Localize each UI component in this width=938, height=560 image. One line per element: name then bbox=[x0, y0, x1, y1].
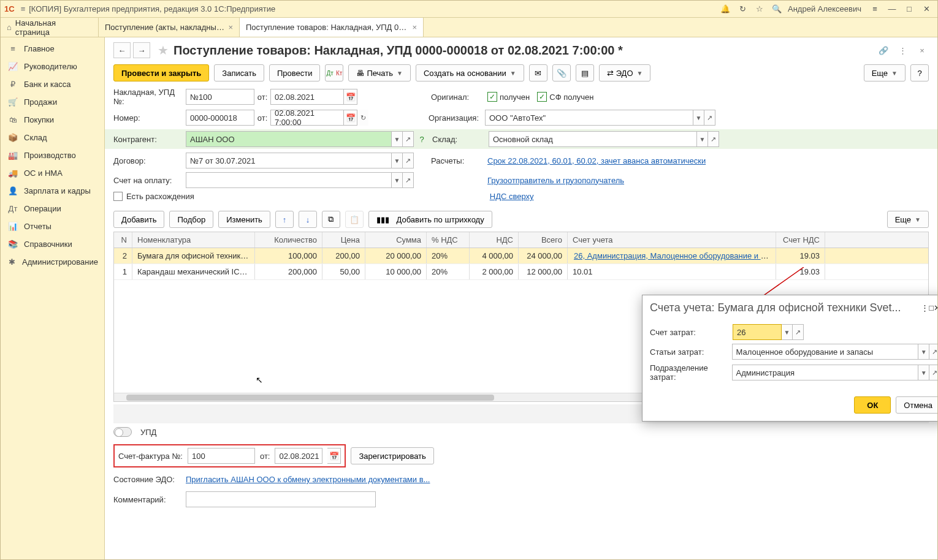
table-more-button[interactable]: Еще▼ bbox=[887, 211, 929, 228]
popup-kebab-icon[interactable]: ⋮ bbox=[921, 303, 929, 312]
link-shipper[interactable]: Грузоотправитель и грузополучатель bbox=[487, 176, 624, 185]
dt-kt-button[interactable]: ДтКт bbox=[325, 64, 343, 81]
dropdown-icon[interactable]: ▼ bbox=[693, 110, 704, 126]
popup-maximize-icon[interactable]: □ bbox=[929, 303, 934, 312]
checkbox-discrepancies[interactable] bbox=[113, 192, 123, 201]
bell-icon[interactable]: 🔔 bbox=[718, 3, 733, 15]
cell-account[interactable]: 26, Администрация, Малоценное оборудован… bbox=[568, 248, 776, 263]
history-icon[interactable]: ↻ bbox=[735, 3, 750, 15]
sidebar-item-3[interactable]: 🛒Продажи bbox=[1, 93, 104, 111]
table-row[interactable]: 1Карандаш механический ICO ...200,00050,… bbox=[114, 264, 928, 280]
popup-cancel-button[interactable]: Отмена bbox=[896, 396, 937, 414]
calendar-icon[interactable]: 📅 bbox=[327, 448, 341, 464]
link-calc[interactable]: Срок 22.08.2021, 60.01, 60.02, зачет ава… bbox=[487, 156, 706, 165]
help-contractor-icon[interactable]: ? bbox=[416, 131, 427, 147]
input-num-date[interactable]: 02.08.2021 7:00:00 bbox=[270, 110, 344, 126]
create-based-button[interactable]: Создать на основании▼ bbox=[416, 64, 524, 81]
sidebar-item-11[interactable]: 📚Справочники bbox=[1, 235, 104, 253]
paste-row-button[interactable]: 📋 bbox=[345, 211, 364, 228]
input-warehouse[interactable]: Основной склад bbox=[489, 131, 697, 147]
sidebar-item-0[interactable]: ≡Главное bbox=[1, 40, 104, 58]
settings-lines-icon[interactable]: ≡ bbox=[867, 3, 882, 15]
input-sf-date[interactable]: 02.08.2021 bbox=[275, 448, 322, 464]
open-icon[interactable]: ↗ bbox=[403, 153, 414, 168]
pick-button[interactable]: Подбор bbox=[169, 211, 213, 228]
input-cost-account[interactable]: 26 bbox=[733, 324, 782, 340]
register-button[interactable]: Зарегистрировать bbox=[351, 447, 433, 464]
open-icon[interactable]: ↗ bbox=[403, 172, 414, 188]
sidebar-item-5[interactable]: 📦Склад bbox=[1, 129, 104, 146]
envelope-button[interactable]: ✉ bbox=[529, 64, 547, 81]
dropdown-icon[interactable]: ▼ bbox=[392, 172, 403, 188]
col-vats[interactable]: НДС bbox=[470, 232, 519, 248]
cell-account-link[interactable]: 26, Администрация, Малоценное оборудован… bbox=[573, 251, 776, 261]
attach-button[interactable]: 📎 bbox=[552, 64, 571, 81]
col-sum[interactable]: Сумма bbox=[365, 232, 427, 248]
col-total[interactable]: Всего bbox=[519, 232, 568, 248]
sidebar-item-10[interactable]: 📊Отчеты bbox=[1, 218, 104, 235]
col-vat[interactable]: % НДС bbox=[427, 232, 470, 248]
dropdown-icon[interactable]: ▼ bbox=[918, 365, 929, 380]
input-invoice[interactable] bbox=[186, 172, 392, 188]
input-sf-number[interactable]: 100 bbox=[188, 448, 255, 464]
sidebar-item-9[interactable]: ДтОперации bbox=[1, 200, 104, 218]
report-button[interactable]: ▤ bbox=[576, 64, 594, 81]
open-icon[interactable]: ↗ bbox=[793, 324, 804, 340]
maximize-icon[interactable]: □ bbox=[902, 3, 917, 15]
close-page-icon[interactable]: × bbox=[915, 44, 929, 57]
add-by-barcode-button[interactable]: ▮▮▮ Добавить по штрихкоду bbox=[368, 211, 492, 228]
col-accv[interactable]: Счет НДС bbox=[776, 232, 825, 248]
post-button[interactable]: Провести bbox=[269, 64, 321, 81]
tab-receipt-doc[interactable]: Поступление товаров: Накладная, УПД 0000… bbox=[240, 18, 424, 37]
col-qty[interactable]: Количество bbox=[255, 232, 322, 248]
col-price[interactable]: Цена bbox=[322, 232, 365, 248]
dropdown-icon[interactable]: ▼ bbox=[392, 131, 403, 147]
kebab-icon[interactable]: ⋮ bbox=[896, 44, 909, 57]
print-button[interactable]: 🖶Печать▼ bbox=[348, 64, 411, 81]
popup-close-icon[interactable]: ✕ bbox=[934, 303, 937, 312]
dropdown-icon[interactable]: ▼ bbox=[392, 153, 403, 168]
popup-ok-button[interactable]: ОК bbox=[854, 396, 891, 414]
link-edo-invite[interactable]: Пригласить АШАН ООО к обмену электронным… bbox=[186, 475, 430, 484]
open-icon[interactable]: ↗ bbox=[704, 110, 715, 126]
input-contract[interactable]: №7 от 30.07.2021 bbox=[186, 153, 392, 168]
edit-row-button[interactable]: Изменить bbox=[218, 211, 270, 228]
open-icon[interactable]: ↗ bbox=[929, 365, 937, 380]
minimize-icon[interactable]: — bbox=[885, 3, 899, 15]
sidebar-item-2[interactable]: ₽Банк и касса bbox=[1, 75, 104, 93]
col-name[interactable]: Номенклатура bbox=[132, 232, 255, 248]
nav-forward-button[interactable]: → bbox=[133, 42, 150, 58]
close-window-icon[interactable]: ✕ bbox=[919, 3, 934, 15]
tab-close-icon[interactable]: × bbox=[412, 23, 417, 32]
calendar-icon[interactable]: 📅 bbox=[344, 110, 357, 126]
star-icon[interactable]: ☆ bbox=[752, 3, 767, 15]
search-icon[interactable]: 🔍 bbox=[769, 3, 784, 15]
calendar-icon[interactable]: 📅 bbox=[344, 89, 357, 105]
copy-row-button[interactable]: ⧉ bbox=[322, 211, 340, 228]
col-acc[interactable]: Счет учета bbox=[568, 232, 776, 248]
link-icon[interactable]: 🔗 bbox=[877, 44, 890, 57]
dropdown-icon[interactable]: ▼ bbox=[782, 324, 793, 340]
input-contractor[interactable]: АШАН ООО bbox=[186, 131, 392, 147]
move-down-button[interactable]: ↓ bbox=[299, 211, 317, 228]
input-nakl-date[interactable]: 02.08.2021 bbox=[270, 89, 344, 105]
checkbox-sf-received[interactable]: ✓ bbox=[537, 92, 547, 102]
upd-toggle[interactable] bbox=[113, 427, 132, 437]
menu-toggle-icon[interactable]: ≡ bbox=[21, 4, 26, 13]
input-cost-items[interactable]: Малоценное оборудование и запасы bbox=[732, 344, 919, 360]
save-button[interactable]: Записать bbox=[214, 64, 264, 81]
more-button[interactable]: Еще▼ bbox=[864, 64, 906, 81]
sidebar-item-12[interactable]: ✱Администрирование bbox=[1, 253, 104, 271]
open-icon[interactable]: ↗ bbox=[929, 344, 937, 360]
home-tab[interactable]: ⌂ Начальная страница bbox=[1, 18, 99, 37]
link-vat-on-top[interactable]: НДС сверху bbox=[490, 192, 534, 201]
favorite-star-icon[interactable]: ★ bbox=[158, 43, 169, 58]
edo-button[interactable]: ⇄ЭДО▼ bbox=[599, 64, 651, 81]
username[interactable]: Андрей Алексеевич bbox=[788, 4, 861, 13]
input-number[interactable]: 0000-000018 bbox=[186, 110, 254, 126]
open-icon[interactable]: ↗ bbox=[708, 131, 719, 147]
input-org[interactable]: ООО "АвтоТех" bbox=[485, 110, 693, 126]
cell-account[interactable]: 10.01 bbox=[568, 264, 776, 279]
help-button[interactable]: ? bbox=[910, 64, 929, 81]
input-nakl-no[interactable]: №100 bbox=[186, 89, 254, 105]
